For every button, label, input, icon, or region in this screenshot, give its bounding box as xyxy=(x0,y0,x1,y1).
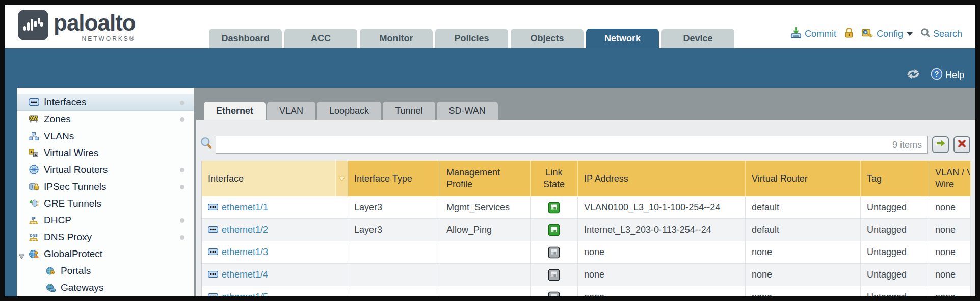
subtab-loopback[interactable]: Loopback xyxy=(317,102,381,120)
config-menu-button[interactable]: Config xyxy=(862,27,913,41)
item-dot xyxy=(180,168,184,172)
cell-ip-address: Internet_L3_203-0-113-254--24 xyxy=(578,219,746,241)
cell-management-profile xyxy=(440,241,531,263)
subtab-tunnel[interactable]: Tunnel xyxy=(383,102,435,120)
interface-link[interactable]: ethernet1/2 xyxy=(222,224,268,235)
sidebar-item-dns-proxy[interactable]: DNS DNS Proxy xyxy=(17,229,194,245)
sidebar-item-virtual-wires[interactable]: Virtual Wires xyxy=(17,144,194,161)
col-management-profile[interactable]: ManagementProfile xyxy=(440,161,531,196)
page: paloalto NETWORKS® Dashboard ACC Monitor… xyxy=(5,5,975,296)
subtab-sdwan[interactable]: SD-WAN xyxy=(437,102,498,120)
col-interface[interactable]: Interface xyxy=(202,161,336,196)
expand-triangle-icon[interactable] xyxy=(18,251,25,262)
help-button[interactable]: ? Help xyxy=(931,68,964,83)
cell-management-profile xyxy=(440,286,531,296)
table-row[interactable]: ethernet1/3 none none Untagged xyxy=(202,241,971,264)
content-panel: 9 items In xyxy=(196,120,975,296)
table-header-row: Interface Interface Type ManagementProfi… xyxy=(202,161,971,196)
link-state-icon xyxy=(548,202,560,214)
cell-ip-address: none xyxy=(578,286,746,296)
filter-input[interactable] xyxy=(216,136,927,153)
tab-acc[interactable]: ACC xyxy=(284,29,357,48)
cell-tag: Untagged xyxy=(861,241,929,263)
tab-network[interactable]: Network xyxy=(586,29,659,48)
cell-virtual-router: default xyxy=(746,196,861,218)
interface-link[interactable]: ethernet1/4 xyxy=(222,269,268,280)
green-arrow-icon xyxy=(936,140,945,149)
cell-interface-type: Layer3 xyxy=(348,196,440,218)
sidebar: Interfaces Zones VLANs Vir xyxy=(17,88,194,296)
col-virtual-router[interactable]: Virtual Router xyxy=(746,161,861,196)
virtual-wires-icon xyxy=(28,149,39,157)
col-tag[interactable]: Tag xyxy=(861,161,929,196)
col-vlan-virtual-wire[interactable]: VLAN / VirtualWire xyxy=(929,161,971,196)
vlans-icon xyxy=(28,132,39,140)
sidebar-item-virtual-routers[interactable]: Virtual Routers xyxy=(17,161,194,178)
cell-interface-type xyxy=(348,286,440,296)
tab-policies[interactable]: Policies xyxy=(435,29,508,48)
sidebar-item-gateways[interactable]: Gateways xyxy=(17,279,194,296)
globalprotect-icon xyxy=(28,249,39,259)
chevron-down-icon xyxy=(907,32,913,36)
commit-button[interactable]: Commit xyxy=(790,27,836,41)
cell-virtual-router: none xyxy=(746,264,861,286)
sort-dropdown[interactable] xyxy=(336,161,348,196)
tab-device[interactable]: Device xyxy=(661,29,734,48)
virtual-routers-icon xyxy=(28,165,39,174)
refresh-icon[interactable] xyxy=(906,68,920,82)
cell-management-profile: Mgmt_Services xyxy=(440,196,531,218)
tab-objects[interactable]: Objects xyxy=(511,29,584,48)
subtab-vlan[interactable]: VLAN xyxy=(267,102,315,120)
cell-tag: Untagged xyxy=(861,196,929,218)
cell-ip-address: none xyxy=(578,264,746,286)
brand-logo: paloalto NETWORKS® xyxy=(18,10,136,42)
item-dot xyxy=(180,117,184,122)
table-row[interactable]: ethernet1/5 none none Untagged xyxy=(202,286,971,296)
cell-virtual-router: none xyxy=(746,286,861,296)
sidebar-item-interfaces[interactable]: Interfaces xyxy=(17,94,194,111)
col-ip-address[interactable]: IP Address xyxy=(578,161,746,196)
sort-triangle-icon xyxy=(338,173,346,185)
main-area: Ethernet VLAN Loopback Tunnel SD-WAN 9 i… xyxy=(194,88,975,296)
sidebar-item-vlans[interactable]: VLANs xyxy=(17,128,194,144)
apply-filter-button[interactable] xyxy=(932,136,949,153)
table-row[interactable]: ethernet1/2 Layer3 Allow_Ping Internet_L… xyxy=(202,219,971,241)
app-window: paloalto NETWORKS® Dashboard ACC Monitor… xyxy=(0,0,980,301)
sidebar-item-portals[interactable]: Portals xyxy=(17,262,194,279)
lock-button[interactable] xyxy=(844,27,854,41)
interface-link[interactable]: ethernet1/3 xyxy=(222,247,268,258)
interface-icon xyxy=(208,224,218,235)
sidebar-item-globalprotect[interactable]: GlobalProtect xyxy=(17,245,194,262)
clear-filter-button[interactable] xyxy=(953,136,970,153)
sidebar-item-zones[interactable]: Zones xyxy=(17,111,194,128)
item-dot xyxy=(180,235,184,240)
interface-icon xyxy=(208,292,218,296)
sidebar-item-dhcp[interactable]: IP DHCP xyxy=(17,212,194,229)
red-x-icon xyxy=(958,139,966,150)
cell-management-profile: Allow_Ping xyxy=(440,219,531,241)
interface-link[interactable]: ethernet1/1 xyxy=(222,202,268,213)
sidebar-item-ipsec-tunnels[interactable]: IPSec Tunnels xyxy=(17,178,194,195)
table-row[interactable]: ethernet1/1 Layer3 Mgmt_Services VLAN010… xyxy=(202,196,971,219)
table-row[interactable]: ethernet1/4 none none Untagged xyxy=(202,264,971,286)
items-count: 9 items xyxy=(892,140,922,150)
portals-icon xyxy=(45,267,56,275)
gateways-icon xyxy=(45,284,56,292)
utility-bar: Commit xyxy=(790,27,962,41)
sidebar-item-gre-tunnels[interactable]: GRE Tunnels xyxy=(17,195,194,212)
subtab-ethernet[interactable]: Ethernet xyxy=(204,102,266,120)
cell-interface-type: Layer3 xyxy=(348,219,440,241)
item-dot xyxy=(180,218,184,223)
interface-link[interactable]: ethernet1/5 xyxy=(222,292,268,296)
tab-monitor[interactable]: Monitor xyxy=(360,29,433,48)
item-dot xyxy=(180,101,184,105)
col-link-state[interactable]: LinkState xyxy=(531,161,578,196)
cell-tag: Untagged xyxy=(861,286,929,296)
cell-ip-address: none xyxy=(578,241,746,263)
tab-dashboard[interactable]: Dashboard xyxy=(209,29,282,48)
col-interface-type[interactable]: Interface Type xyxy=(348,161,440,196)
interfaces-table: Interface Interface Type ManagementProfi… xyxy=(201,161,971,296)
help-icon: ? xyxy=(931,68,943,83)
search-icon xyxy=(920,28,931,40)
search-button[interactable]: Search xyxy=(920,28,962,40)
